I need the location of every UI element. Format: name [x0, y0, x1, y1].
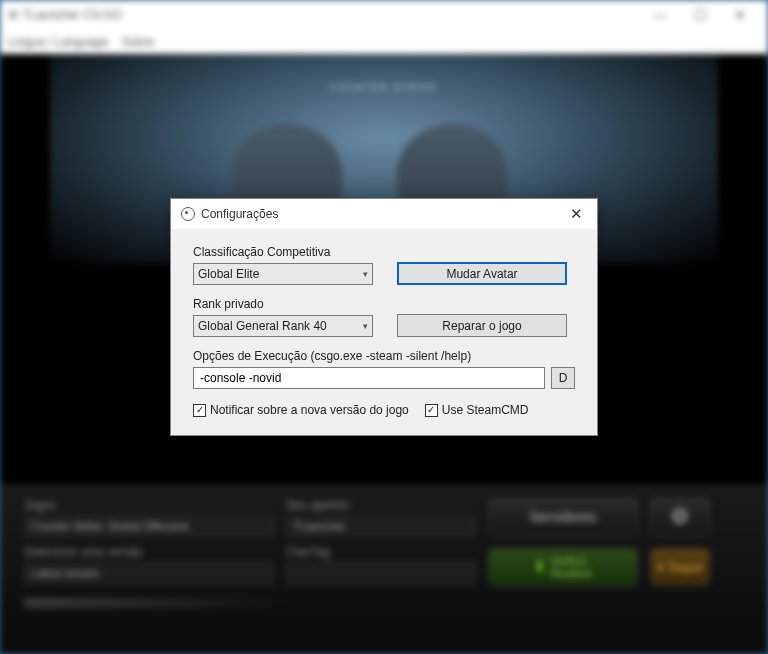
window-title: TLauncher CS:GO [22, 8, 640, 22]
play-button[interactable]: ▾ Toque [650, 548, 710, 586]
chevron-down-icon: ▾ [363, 321, 368, 331]
notify-new-version-label: Notificar sobre a nova versão do jogo [210, 403, 409, 417]
dialog-icon [181, 207, 195, 221]
download-arrow-icon: ⬇ [533, 558, 546, 576]
change-avatar-button[interactable]: Mudar Avatar [397, 262, 567, 285]
servers-button[interactable]: Servidores [488, 498, 638, 536]
chevron-down-icon: ▾ [363, 269, 368, 279]
competitive-rank-value: Global Elite [198, 267, 259, 281]
private-rank-value: Global General Rank 40 [198, 319, 327, 333]
launch-options-d-button[interactable]: D [551, 367, 575, 389]
titlebar: ⚙ TLauncher CS:GO — ☐ ✕ [0, 0, 768, 30]
dialog-title: Configurações [201, 207, 278, 221]
close-button[interactable]: ✕ [720, 7, 760, 23]
use-steamcmd-label: Use SteamCMD [442, 403, 529, 417]
dialog-close-button[interactable]: ✕ [566, 205, 587, 223]
menu-about[interactable]: Sobre [122, 35, 154, 49]
menu-language[interactable]: Língua / Language [8, 35, 108, 49]
games-label: Jogos [24, 498, 274, 512]
maximize-button[interactable]: ☐ [680, 7, 720, 23]
use-steamcmd-checkbox[interactable]: ✓ [425, 404, 438, 417]
settings-button[interactable]: ⚙ [650, 498, 710, 536]
private-rank-label: Rank privado [193, 297, 373, 311]
competitive-rank-label: Classificação Competitiva [193, 245, 373, 259]
clantag-input[interactable] [286, 562, 476, 584]
bottom-panel: Jogos Selecione uma versão Seu apelido C… [0, 484, 768, 654]
nickname-label: Seu apelido [286, 498, 476, 512]
settings-dialog: Configurações ✕ Classificação Competitiv… [170, 198, 598, 436]
private-rank-select[interactable]: Global General Rank 40 ▾ [193, 315, 373, 337]
dialog-titlebar: Configurações ✕ [171, 199, 597, 229]
notify-new-version-checkbox[interactable]: ✓ [193, 404, 206, 417]
verify-update-label: Verifica Atualizar [550, 555, 593, 579]
nickname-input[interactable] [286, 515, 476, 537]
clantag-label: ClanTag [286, 545, 476, 559]
app-icon: ⚙ [8, 8, 19, 22]
version-select[interactable] [24, 562, 274, 584]
version-label: Selecione uma versão [24, 545, 274, 559]
repair-game-button[interactable]: Reparar o jogo [397, 314, 567, 337]
launch-options-label: Opções de Execução (csgo.exe -steam -sil… [193, 349, 575, 363]
menubar: Língua / Language Sobre [0, 30, 768, 54]
progress-bar [24, 598, 274, 608]
verify-update-button[interactable]: ⬇ Verifica Atualizar [488, 548, 638, 586]
chevron-down-icon: ▾ [657, 560, 664, 575]
competitive-rank-select[interactable]: Global Elite ▾ [193, 263, 373, 285]
game-logo-text: COUNTER-STRIKE [330, 82, 438, 92]
gear-icon: ⚙ [670, 504, 690, 530]
launch-options-input[interactable] [193, 367, 545, 389]
games-select[interactable] [24, 515, 274, 537]
play-label: Toque [667, 560, 702, 575]
minimize-button[interactable]: — [640, 7, 680, 23]
